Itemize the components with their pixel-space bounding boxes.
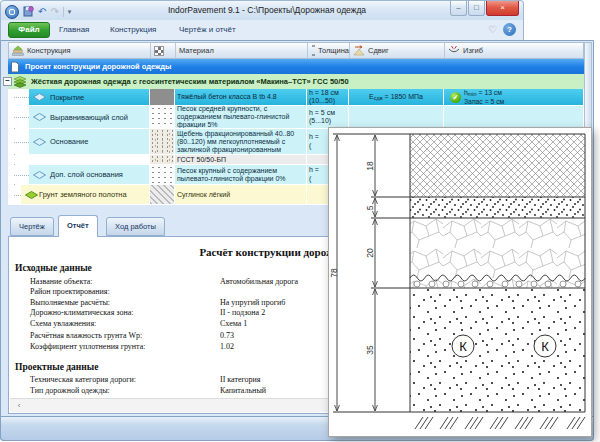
scroll-left-button[interactable]: ‹	[12, 400, 26, 412]
dimension-labels: 78 18 5 20 35	[329, 161, 375, 355]
window-title: IndorPavement 9.1 - C:\Проекты\Дорожная …	[111, 1, 423, 20]
column-header-label: Толщина	[318, 46, 349, 55]
tab-drawing[interactable]: Чертёж	[10, 217, 54, 236]
report-section-heading: Проектные данные	[15, 362, 98, 372]
k-material-symbol: К	[452, 335, 474, 357]
cross-section-drawing-window[interactable]: К К 78 18 5 20 35	[328, 127, 592, 437]
favorite-icon[interactable]: ♡	[488, 23, 497, 36]
maximize-button[interactable]: □	[468, 1, 485, 16]
svg-text:К: К	[541, 339, 549, 354]
minimize-button[interactable]: –	[450, 1, 467, 16]
cross-section-drawing: К К 78 18 5 20 35	[329, 128, 591, 436]
column-header-label: Изгиб	[463, 46, 483, 55]
layer-name: Выравнивающий слой	[50, 113, 128, 122]
quick-access-toolbar: ↶ ↷ ▾	[5, 3, 71, 21]
table-row-coating[interactable]: Покрытие Тяжёлый бетон класса B tb 4.8 h…	[8, 89, 584, 106]
shear-icon	[353, 45, 365, 56]
tab-report[interactable]: Отчёт	[58, 215, 98, 237]
app-logo-icon	[9, 9, 15, 15]
row-project[interactable]: Проект конструкции дорожной одежды	[8, 59, 584, 74]
material-cell: ГССТ 50/50-БП	[175, 155, 307, 164]
column-header-thickness[interactable]: Толщина	[308, 43, 350, 58]
layer-diamond-icon	[33, 171, 46, 179]
layer-name: Покрытие	[50, 93, 84, 102]
toolbar-separator	[63, 7, 64, 17]
layer-name: Доп. слой основания	[50, 170, 123, 179]
titlebar[interactable]: ↶ ↷ ▾ IndorPavement 9.1 - C:\Проекты\Дор…	[0, 0, 524, 20]
qat-dropdown-icon[interactable]: ▾	[68, 5, 72, 19]
thickness-cell: h = 5 см(5...10)	[307, 106, 349, 128]
svg-text:5: 5	[365, 205, 375, 210]
ground-hatch	[415, 417, 585, 429]
material-swatch	[150, 106, 175, 128]
k-material-symbol: К	[534, 335, 556, 357]
material-cell: Тяжёлый бетон класса B tb 4.8	[175, 89, 307, 105]
app-menu-button[interactable]	[5, 5, 19, 19]
layer-name: Грунт земляного полотна	[39, 190, 127, 199]
material-cell: Щебень фракционированный 40..80 (80..120…	[175, 129, 307, 154]
thickness-cell: h = 18 см(10...50)	[307, 89, 349, 105]
caption-buttons: – □ ×	[449, 1, 519, 16]
dimension-lines	[337, 136, 375, 411]
column-header-construction[interactable]: Конструкция	[9, 43, 151, 58]
collapse-icon[interactable]: −	[3, 77, 12, 86]
column-header-shear[interactable]: Сдвиг	[350, 43, 445, 58]
layer-name: Основание	[50, 137, 88, 146]
material-swatch	[150, 155, 175, 164]
column-header-label: Сдвиг	[368, 46, 389, 55]
layer-diamond-icon	[33, 113, 46, 121]
ribbon-tab-row: Файл Главная Конструкция Чертёж и отчёт …	[0, 20, 524, 41]
tab-home[interactable]: Главная	[59, 22, 89, 38]
thickness-icon	[311, 45, 315, 56]
row-pavement-group[interactable]: − Жёсткая дорожная одежда с геосинтетиче…	[8, 74, 584, 89]
save-icon[interactable]	[23, 3, 34, 21]
project-row-label: Проект конструкции дорожной одежды	[25, 62, 172, 71]
pavement-layers-icon	[13, 76, 27, 88]
help-button[interactable]: ?	[503, 23, 516, 36]
construction-layers-icon	[12, 45, 24, 56]
tab-drawing-report[interactable]: Чертёж и отчёт	[179, 22, 236, 38]
column-header-bend[interactable]: Изгиб	[445, 43, 584, 58]
document-icon	[10, 61, 20, 73]
shear-cell: Eсдв = 1850 МПа	[349, 89, 444, 105]
bend-cell: ✓ hmin = 13 смЗапас = 5 см	[444, 89, 584, 105]
material-swatch	[150, 89, 175, 105]
svg-text:18: 18	[365, 161, 375, 171]
tab-construction[interactable]: Конструкция	[110, 22, 156, 38]
tab-progress[interactable]: Ход работы	[106, 217, 165, 236]
app-window: ↶ ↷ ▾ IndorPavement 9.1 - C:\Проекты\Дор…	[0, 0, 600, 442]
tab-file[interactable]: Файл	[8, 22, 50, 38]
svg-text:К: К	[459, 339, 467, 354]
table-header-row: Конструкция Материал Толщина Сдвиг Изгиб	[8, 42, 584, 59]
material-cell: Песок крупный с содержанием пылевато-гли…	[175, 165, 307, 184]
svg-text:20: 20	[365, 248, 375, 258]
column-header-material[interactable]: Материал	[176, 43, 308, 58]
material-swatch	[150, 165, 175, 184]
bend-icon	[448, 45, 460, 56]
redo-icon[interactable]: ↷	[50, 5, 58, 19]
group-row-label: Жёсткая дорожная одежда с геосинтетическ…	[31, 77, 349, 86]
undo-icon[interactable]: ↶	[38, 5, 46, 19]
material-swatch	[150, 185, 175, 204]
layer-diamond-icon	[33, 93, 46, 101]
material-cell: Песок средней крупности, с содержанием п…	[175, 106, 307, 128]
column-header-label: Материал	[179, 46, 214, 55]
table-row-leveling[interactable]: Выравнивающий слой Песок средней крупнос…	[8, 106, 584, 129]
material-pattern-icon	[154, 46, 164, 56]
shear-cell	[349, 106, 444, 128]
column-header-label: Конструкция	[27, 46, 71, 55]
check-ok-icon: ✓	[450, 92, 461, 103]
soil-diamond-icon	[25, 191, 38, 199]
close-button[interactable]: ×	[486, 1, 519, 16]
material-cell: Суглинок лёгкий	[175, 185, 307, 204]
layer-diamond-icon	[33, 138, 46, 146]
column-header-swatch[interactable]	[151, 43, 176, 58]
svg-text:35: 35	[365, 345, 375, 355]
bend-cell	[444, 106, 584, 128]
report-section-heading: Исходные данные	[15, 263, 92, 273]
svg-text:78: 78	[329, 268, 339, 278]
material-swatch	[150, 129, 175, 154]
